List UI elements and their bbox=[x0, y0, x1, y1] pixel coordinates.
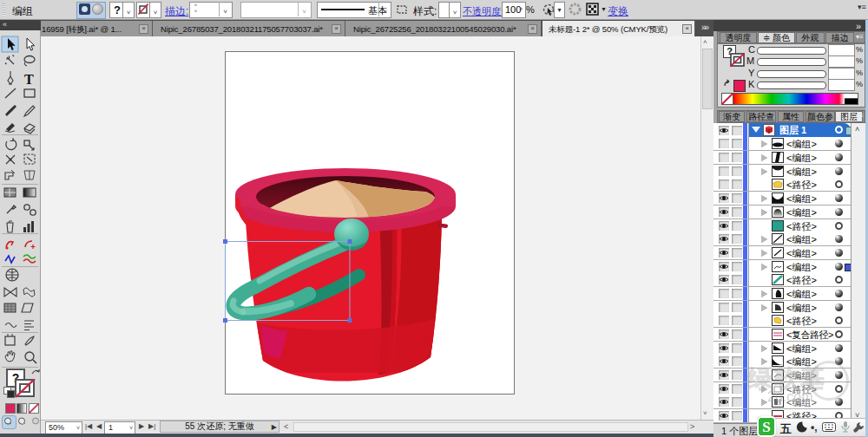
svg-text:T: T bbox=[24, 72, 34, 87]
